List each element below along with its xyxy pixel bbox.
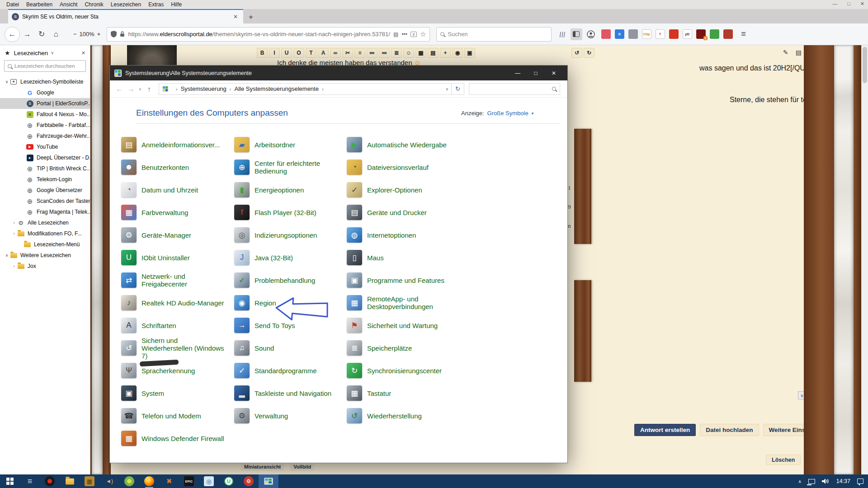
network-icon[interactable] (808, 479, 815, 484)
forward-icon[interactable]: → (125, 85, 137, 93)
cp-item-taskbar-navigation[interactable]: ▂Taskleiste und Navigation (234, 382, 340, 404)
cp-item-ease-of-access-center[interactable]: ⊕Center für erleichterte Bedienung (234, 156, 340, 178)
zoom-level[interactable]: 100% (80, 31, 94, 38)
url-text[interactable]: https://www.elderscrollsportal.de/themen… (128, 31, 390, 38)
tab-miniaturansicht[interactable]: Miniaturansicht (241, 463, 284, 471)
reader-view-icon[interactable]: ▤ (393, 31, 398, 38)
bookmark-item[interactable]: ✕Fallout 4 Nexus - Mo... (0, 109, 90, 120)
bookmark-item[interactable]: GGoogle (0, 87, 90, 98)
underline-icon[interactable]: U (281, 48, 292, 58)
taskbar-control-panel-window[interactable] (259, 474, 278, 488)
bookmark-item[interactable]: ▶YouTube (0, 141, 90, 152)
extension-red[interactable] (669, 29, 679, 39)
unlink-icon[interactable]: ✂ (342, 48, 353, 58)
cp-item-fonts[interactable]: ASchriftarten (121, 314, 226, 337)
cp-item-remoteapp-desktop[interactable]: ▦RemoteApp- und Desktopverbindungen (347, 291, 452, 314)
bookmark-item[interactable]: ⊕Fahrzeuge-der-Wehr... (0, 131, 90, 141)
insert-icon[interactable]: + (440, 48, 451, 58)
bookmark-item[interactable]: ›Modifikationen FO, F... (0, 228, 90, 239)
delete-button[interactable]: Löschen (766, 455, 801, 465)
maximize-icon[interactable]: □ (847, 1, 850, 7)
forward-button[interactable]: → (20, 27, 34, 42)
text-color-icon[interactable]: A (318, 48, 329, 58)
page-actions-icon[interactable]: ••• (401, 31, 407, 38)
taskbar-audio-app[interactable]: ◄) (99, 474, 119, 488)
bookmark-item[interactable]: ⊕Farbtabelle - Farbtaf... (0, 120, 90, 131)
bookmark-item[interactable]: ⊕Frag Magenta | Telek... (0, 206, 90, 217)
chevron-right-icon[interactable]: › (11, 221, 17, 225)
preview-icon[interactable]: ▤ (796, 49, 802, 56)
breadcrumb[interactable]: › Systemsteuerung › Alle Systemsteuerung… (159, 83, 452, 95)
zoom-out-button[interactable]: − (73, 31, 77, 38)
breadcrumb-alle-elemente[interactable]: Alle Systemsteuerungselemente (235, 85, 319, 92)
menu-datei[interactable]: Datei (6, 1, 19, 8)
indent-icon[interactable]: ≣ (391, 48, 402, 58)
close-icon[interactable]: ✕ (860, 1, 864, 7)
tracking-shield-icon[interactable] (111, 31, 117, 38)
list-ol-icon[interactable]: ≕ (379, 48, 390, 58)
menu-extras[interactable]: Extras (148, 1, 164, 8)
cp-item-network-sharing-center[interactable]: ⇄Netzwerk- und Freigabecenter (121, 269, 226, 291)
link-icon[interactable]: ∞ (330, 48, 341, 58)
control-panel-titlebar[interactable]: Systemsteuerung\Alle Systemsteuerungsele… (110, 66, 567, 80)
draft-icon[interactable]: ✎ (783, 49, 788, 56)
taskbar-pinwheel-app[interactable]: ✖ (159, 474, 179, 488)
view-value-dropdown[interactable]: Große Symbole (487, 110, 528, 117)
sidebar-close-icon[interactable]: ✕ (81, 50, 85, 56)
image-icon[interactable]: ▦ (415, 48, 426, 58)
refresh-icon[interactable]: ↻ (452, 83, 464, 95)
cp-item-indexing-options[interactable]: ◎Indizierungsoptionen (234, 224, 340, 246)
home-button[interactable]: ⌂ (49, 27, 63, 42)
library-icon[interactable]: ||| (559, 31, 566, 38)
menu-chronik[interactable]: Chronik (85, 1, 103, 8)
bookmark-item[interactable]: ∨Weitere Lesezeichen (0, 250, 90, 261)
redo-icon[interactable]: ↻ (584, 48, 594, 58)
cp-item-sound[interactable]: ♫Sound (234, 337, 340, 359)
hamburger-menu-icon[interactable]: ≡ (736, 27, 751, 42)
taskbar-bird-app[interactable] (119, 474, 139, 488)
taskbar-red-gear-app[interactable]: ⚙ (239, 474, 259, 488)
chevron-down-icon[interactable]: ∨ (4, 80, 10, 84)
scrollbar-thumb[interactable] (863, 47, 867, 83)
taskbar-recorder-app[interactable] (40, 474, 60, 488)
cp-item-default-programs[interactable]: ✓Standardprogramme (234, 359, 340, 382)
save-icon[interactable]: ▣ (464, 48, 475, 58)
bookmark-item[interactable]: SPortal | ElderScrollsP... (0, 98, 90, 109)
tab-vollbild[interactable]: Vollbild (290, 463, 314, 471)
italic-icon[interactable]: I (269, 48, 280, 58)
cp-item-autoplay[interactable]: ▶Automatische Wiedergabe (347, 133, 452, 156)
extension-pink[interactable] (601, 29, 611, 39)
bookmarks-search-input[interactable]: Lesezeichen durchsuchen (4, 60, 86, 72)
tab-close-icon[interactable]: ✕ (231, 13, 240, 21)
cp-item-credential-manager[interactable]: ▤Anmeldeinformationsver... (121, 133, 226, 156)
antwort-erstellen-button[interactable]: Antwort erstellen (634, 424, 696, 436)
cp-item-administrative-tools[interactable]: ⚙Verwaltung (234, 404, 340, 427)
bookmark-item[interactable]: ›⚙Alle Lesezeichen (0, 217, 90, 228)
cp-item-explorer-options[interactable]: ✓Explorer-Optionen (347, 178, 452, 201)
pocket-icon[interactable]: ∨ (410, 32, 417, 37)
cp-item-recovery[interactable]: ↺Wiederherstellung (347, 404, 452, 427)
cp-item-color-management[interactable]: ▦Farbverwaltung (121, 201, 226, 224)
chevron-right-icon[interactable]: › (11, 231, 17, 236)
chevron-down-icon[interactable]: ∨ (4, 253, 10, 258)
taskbar-firefox[interactable] (139, 474, 159, 488)
cp-item-programs-features[interactable]: ▣Programme und Features (347, 269, 452, 291)
dropdown-triangle-icon[interactable]: ▾ (532, 111, 534, 116)
cp-item-java[interactable]: JJava (32-Bit) (234, 246, 340, 269)
reload-button[interactable]: ↻ (34, 27, 49, 42)
menu-bearbeiten[interactable]: Bearbeiten (26, 1, 52, 8)
cp-item-user-accounts[interactable]: ☻Benutzerkonten (121, 156, 226, 178)
bookmark-item[interactable]: Lesezeichen-Menü (0, 239, 90, 250)
cp-item-realtek-audio-manager[interactable]: ♪Realtek HD Audio-Manager (121, 291, 226, 314)
back-icon[interactable]: ← (113, 85, 125, 93)
smiley-icon[interactable]: ☺ (403, 48, 414, 58)
sidebar-title-chevron-icon[interactable]: ∨ (51, 51, 54, 55)
cp-item-security-maintenance[interactable]: ⚑Sicherheit und Wartung (347, 314, 452, 337)
cp-item-iobit-uninstaller[interactable]: UIObit Uninstaller (121, 246, 226, 269)
bookmark-item[interactable]: ∨★Lesezeichen-Symbolleiste (0, 76, 90, 87)
new-tab-button[interactable]: + (243, 13, 259, 23)
extension-grey[interactable] (628, 29, 638, 39)
close-icon[interactable]: ✕ (545, 70, 563, 76)
cp-item-flash-player[interactable]: fFlash Player (32-Bit) (234, 201, 340, 224)
cp-item-defender-firewall[interactable]: ▦Windows Defender Firewall (121, 427, 226, 450)
